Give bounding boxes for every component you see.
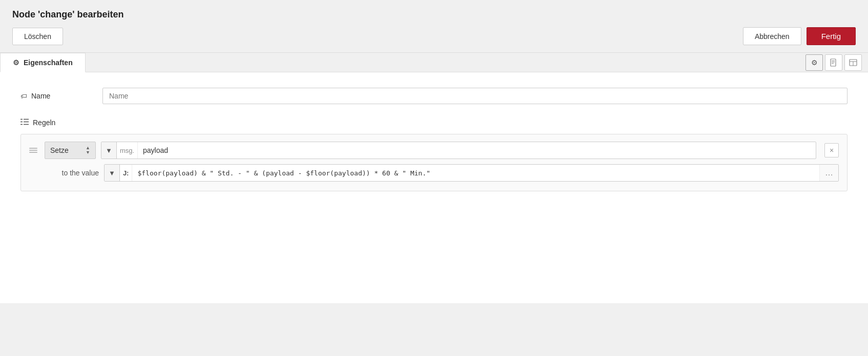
- main-content: 🏷 Name Regeln: [0, 72, 868, 303]
- name-label: 🏷 Name: [20, 92, 102, 100]
- page-wrapper: Node 'change' bearbeiten Löschen Abbrech…: [0, 0, 868, 356]
- regeln-header: Regeln: [20, 118, 848, 127]
- expr-dropdown-btn[interactable]: ▼: [105, 165, 120, 181]
- page-title: Node 'change' bearbeiten: [12, 9, 856, 20]
- more-icon: …: [825, 168, 833, 177]
- tab-label: Eigenschaften: [24, 58, 73, 67]
- abbrechen-button[interactable]: Abbrechen: [743, 27, 801, 45]
- tag-icon: 🏷: [20, 92, 27, 100]
- msg-value-input[interactable]: [138, 142, 816, 159]
- rule-row-bottom: to the value ▼ J: …: [48, 164, 839, 182]
- expr-field-container: ▼ J: …: [104, 164, 839, 182]
- tab-right-icons: ⚙: [805, 54, 862, 71]
- document-icon-btn[interactable]: [825, 54, 842, 71]
- rule-row-top: Setze ▲▼ ▼ msg. ×: [29, 142, 839, 159]
- expr-value-input[interactable]: [132, 165, 819, 181]
- msg-field-container: ▼ msg.: [101, 142, 816, 159]
- action-select-label: Setze: [50, 146, 69, 154]
- list-icon: [20, 118, 29, 127]
- loeschen-button[interactable]: Löschen: [12, 28, 63, 45]
- msg-dropdown-btn[interactable]: ▼: [101, 142, 117, 159]
- layout-icon-btn[interactable]: [844, 54, 862, 71]
- name-input[interactable]: [102, 88, 848, 104]
- action-select[interactable]: Setze ▲▼: [45, 142, 96, 159]
- gear-icon: ⚙: [13, 58, 19, 67]
- close-icon: ×: [830, 146, 834, 154]
- header-right-actions: Abbrechen Fertig: [743, 27, 856, 45]
- to-value-label: to the value: [48, 169, 99, 177]
- name-field-row: 🏷 Name: [20, 88, 848, 104]
- tab-eigenschaften[interactable]: ⚙ Eigenschaften: [0, 53, 86, 72]
- regeln-label: Regeln: [33, 118, 55, 127]
- rule-box: Setze ▲▼ ▼ msg. × to the value: [20, 134, 848, 191]
- msg-prefix-label: msg.: [117, 142, 138, 159]
- tab-bar: ⚙ Eigenschaften ⚙: [0, 53, 868, 72]
- chevron-down-icon: ▼: [109, 169, 115, 177]
- chevron-down-icon: ▼: [106, 147, 112, 154]
- fertig-button[interactable]: Fertig: [807, 27, 856, 45]
- delete-rule-button[interactable]: ×: [824, 143, 839, 157]
- header-actions: Löschen Abbrechen Fertig: [12, 27, 856, 45]
- expr-more-button[interactable]: …: [819, 165, 838, 181]
- svg-rect-0: [831, 59, 836, 66]
- header-bar: Node 'change' bearbeiten Löschen Abbrech…: [0, 0, 868, 53]
- expr-type-label: J:: [120, 165, 133, 181]
- settings-icon-btn[interactable]: ⚙: [805, 54, 823, 71]
- drag-handle[interactable]: [29, 148, 37, 153]
- select-arrows-icon: ▲▼: [86, 146, 90, 155]
